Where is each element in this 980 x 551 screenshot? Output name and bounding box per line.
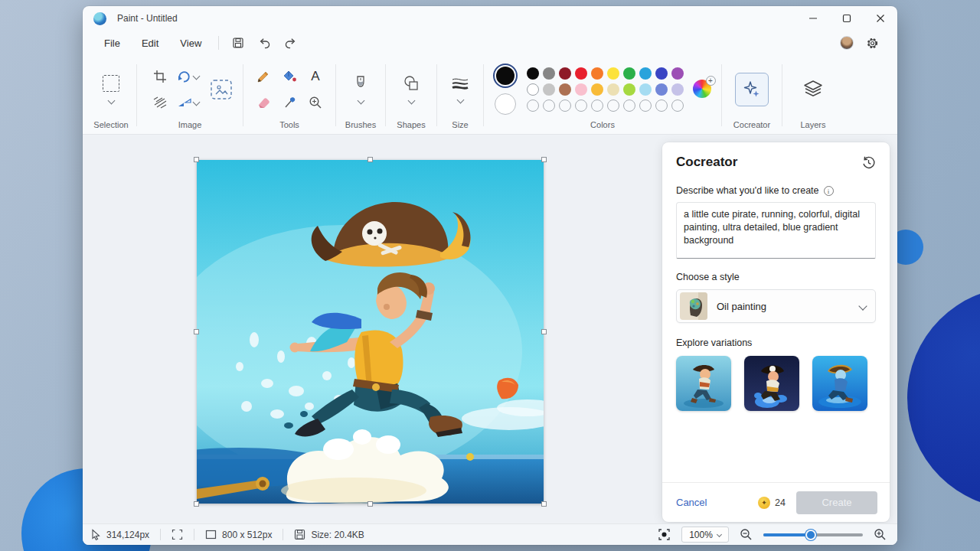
resize-handle-se[interactable] bbox=[541, 501, 547, 507]
menu-view[interactable]: View bbox=[169, 34, 212, 52]
shapes-tool[interactable] bbox=[403, 75, 420, 103]
menu-edit[interactable]: Edit bbox=[131, 34, 169, 52]
chevron-down-icon[interactable] bbox=[357, 97, 364, 105]
user-avatar[interactable] bbox=[840, 36, 854, 50]
chevron-down-icon[interactable] bbox=[456, 96, 464, 104]
size-group: Size bbox=[439, 58, 482, 134]
selection-tool[interactable] bbox=[103, 75, 119, 103]
color-swatch[interactable] bbox=[543, 83, 555, 96]
chevron-down-icon[interactable] bbox=[107, 97, 115, 105]
text-tool-icon[interactable]: A bbox=[311, 69, 319, 84]
resize-handle-sw[interactable] bbox=[194, 501, 199, 507]
color-swatch[interactable] bbox=[607, 99, 619, 112]
redo-button[interactable] bbox=[277, 33, 303, 53]
foreground-color-selected[interactable] bbox=[493, 64, 518, 88]
flip-tool[interactable] bbox=[178, 97, 199, 108]
selection-rect-icon bbox=[103, 75, 119, 92]
selection-group-label: Selection bbox=[93, 120, 128, 129]
image-group-label: Image bbox=[178, 120, 202, 129]
zoom-slider[interactable] bbox=[763, 530, 863, 540]
color-swatch[interactable] bbox=[607, 83, 619, 96]
fit-to-screen-icon[interactable] bbox=[658, 528, 671, 541]
chevron-down-icon[interactable] bbox=[407, 97, 415, 105]
magnifier-icon[interactable] bbox=[309, 96, 322, 109]
close-button[interactable] bbox=[864, 6, 897, 31]
color-swatch[interactable] bbox=[655, 83, 668, 96]
resize-handle-w[interactable] bbox=[194, 329, 199, 334]
resize-handle-ne[interactable] bbox=[541, 157, 547, 162]
color-swatch[interactable] bbox=[527, 83, 539, 96]
variation-thumbnail-3[interactable] bbox=[812, 356, 867, 411]
pencil-icon[interactable] bbox=[256, 70, 270, 83]
eyedropper-icon[interactable] bbox=[283, 96, 296, 109]
color-swatch[interactable] bbox=[671, 67, 684, 80]
color-swatch[interactable] bbox=[591, 99, 603, 112]
color-swatch[interactable] bbox=[591, 67, 603, 80]
color-swatch[interactable] bbox=[655, 67, 668, 80]
crop-icon[interactable] bbox=[153, 70, 167, 83]
color-swatch[interactable] bbox=[623, 83, 635, 96]
color-swatch[interactable] bbox=[671, 83, 684, 96]
color-swatch[interactable] bbox=[623, 99, 635, 112]
save-button[interactable] bbox=[225, 33, 251, 53]
variation-thumbnail-2[interactable] bbox=[744, 356, 799, 411]
eraser-icon[interactable] bbox=[256, 96, 271, 109]
zoom-level-dropdown[interactable]: 100% bbox=[681, 527, 729, 543]
edit-colors-button[interactable]: + bbox=[693, 80, 713, 99]
color-swatch[interactable] bbox=[527, 99, 539, 112]
color-swatch[interactable] bbox=[639, 83, 652, 96]
resize-handle-n[interactable] bbox=[368, 157, 373, 162]
color-swatch[interactable] bbox=[639, 99, 652, 112]
resize-handle-nw[interactable] bbox=[194, 157, 199, 162]
cocreator-group: Cocreator bbox=[724, 58, 780, 134]
color-swatch[interactable] bbox=[575, 99, 587, 112]
menu-file[interactable]: File bbox=[93, 34, 131, 52]
fill-bucket-icon[interactable] bbox=[283, 70, 297, 83]
info-icon[interactable]: i bbox=[824, 186, 834, 196]
cocreator-button[interactable] bbox=[735, 73, 769, 106]
style-thumbnail bbox=[680, 292, 707, 320]
color-swatch[interactable] bbox=[623, 67, 635, 80]
image-options-icon[interactable] bbox=[210, 79, 233, 100]
size-tool[interactable] bbox=[451, 76, 469, 103]
brushes-tool[interactable] bbox=[354, 75, 367, 103]
prompt-input[interactable]: a little cute pirate, running, colorful,… bbox=[676, 202, 876, 259]
resize-handle-e[interactable] bbox=[541, 329, 547, 334]
maximize-button[interactable] bbox=[830, 6, 864, 31]
color-swatch[interactable] bbox=[559, 83, 571, 96]
color-swatch[interactable] bbox=[559, 67, 571, 80]
color-swatch[interactable] bbox=[543, 99, 555, 112]
color-swatch[interactable] bbox=[639, 67, 652, 80]
window-title: Paint - Untitled bbox=[117, 13, 178, 24]
color-swatch[interactable] bbox=[607, 67, 619, 80]
canvas-image[interactable] bbox=[197, 160, 544, 504]
zoom-slider-thumb[interactable] bbox=[805, 530, 816, 540]
variation-thumbnail-1[interactable] bbox=[676, 356, 731, 411]
color-swatch[interactable] bbox=[655, 99, 668, 112]
plus-icon: + bbox=[706, 76, 716, 86]
color-swatch[interactable] bbox=[575, 67, 587, 80]
undo-button[interactable] bbox=[251, 33, 277, 53]
color-swatch[interactable] bbox=[575, 83, 587, 96]
canvas-selection[interactable] bbox=[197, 160, 544, 504]
color-swatch[interactable] bbox=[527, 67, 539, 80]
style-dropdown[interactable]: Oil painting bbox=[676, 289, 876, 323]
rotate-tool[interactable] bbox=[178, 70, 199, 83]
create-button[interactable]: Create bbox=[796, 491, 877, 514]
color-swatch[interactable] bbox=[559, 99, 571, 112]
canvas-size: 800 x 512px bbox=[222, 530, 272, 540]
chevron-down-icon bbox=[193, 99, 201, 106]
history-icon[interactable] bbox=[861, 155, 876, 170]
settings-gear-icon[interactable] bbox=[866, 37, 879, 50]
background-color-swatch[interactable] bbox=[495, 93, 516, 115]
cancel-button[interactable]: Cancel bbox=[676, 497, 707, 508]
resize-skew-icon[interactable] bbox=[153, 96, 167, 109]
color-swatch[interactable] bbox=[591, 83, 603, 96]
zoom-out-icon[interactable] bbox=[740, 528, 753, 541]
color-swatch[interactable] bbox=[671, 99, 684, 112]
color-swatch[interactable] bbox=[543, 67, 555, 80]
minimize-button[interactable] bbox=[796, 6, 830, 31]
zoom-in-icon[interactable] bbox=[874, 528, 887, 541]
resize-handle-s[interactable] bbox=[368, 501, 373, 507]
layers-icon[interactable] bbox=[802, 80, 824, 99]
